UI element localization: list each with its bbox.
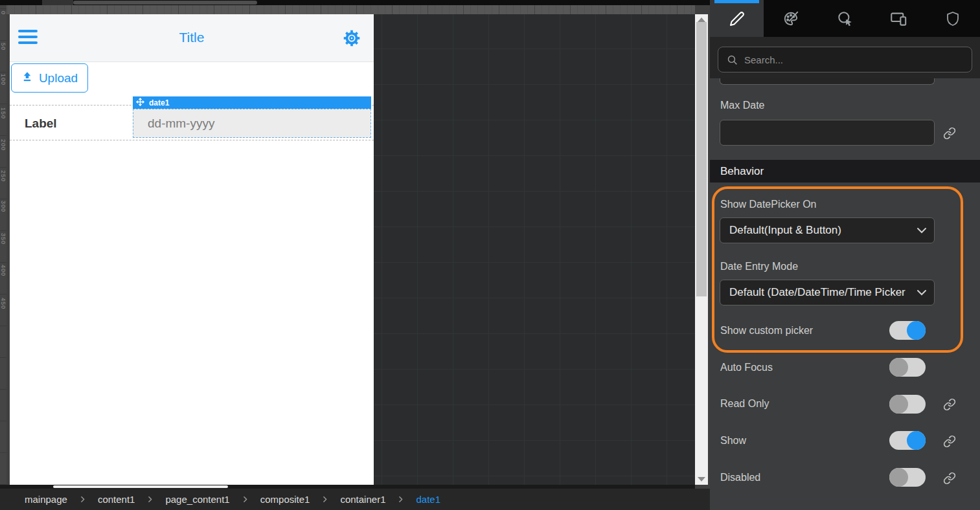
link-icon[interactable] [943, 472, 956, 485]
search-box[interactable] [718, 47, 972, 72]
gear-icon[interactable] [342, 28, 361, 48]
search-icon [727, 54, 738, 65]
canvas-grid-background [374, 14, 695, 485]
ruler-label: 400 [0, 265, 6, 276]
devices-icon [890, 10, 907, 27]
pencil-icon [729, 11, 745, 27]
canvas-vertical-scrollbar[interactable] [695, 14, 708, 485]
search-input[interactable] [744, 54, 958, 65]
ruler-label: 0 [0, 11, 6, 15]
horizontal-ruler [0, 5, 695, 14]
chevron-right-icon [78, 495, 87, 504]
auto-focus-toggle[interactable] [889, 358, 926, 377]
ruler-label: 100 [0, 74, 6, 85]
show-label: Show [720, 435, 746, 447]
scrollbar-thumb[interactable] [696, 22, 707, 296]
breadcrumb-item-content1[interactable]: content1 [98, 494, 135, 505]
show-toggle[interactable] [889, 431, 926, 450]
behavior-section-header: Behavior [710, 160, 980, 183]
vertical-ruler: 0 50 100 150 200 250 300 350 400 450 [0, 5, 6, 485]
link-icon[interactable] [943, 435, 956, 448]
chevron-right-icon [241, 495, 249, 504]
breadcrumb-item-composite1[interactable]: composite1 [260, 494, 310, 505]
ruler-label: 350 [0, 233, 6, 245]
chevron-right-icon [146, 495, 154, 504]
upload-button[interactable]: Upload [11, 63, 88, 93]
tab-styles[interactable] [764, 0, 817, 37]
toggle-knob [907, 321, 926, 340]
ruler-label: 50 [0, 43, 6, 50]
chevron-down-icon [916, 288, 928, 297]
chevron-right-icon [321, 495, 329, 504]
read-only-label: Read Only [720, 398, 769, 410]
breadcrumb: mainpage content1 page_content1 composit… [0, 489, 710, 510]
max-date-input[interactable] [720, 120, 935, 146]
link-icon[interactable] [943, 127, 956, 140]
ruler-label: 150 [0, 107, 6, 119]
breadcrumb-item-container1[interactable]: container1 [340, 494, 385, 505]
toggle-knob [889, 395, 908, 414]
disabled-toggle[interactable] [889, 468, 926, 487]
tab-security[interactable] [926, 0, 980, 37]
scroll-down-arrow-icon[interactable] [698, 477, 705, 482]
page-title[interactable]: Title [10, 30, 374, 45]
ruler-label: 300 [0, 201, 6, 212]
disabled-label: Disabled [720, 472, 760, 483]
breadcrumb-item-page-content1[interactable]: page_content1 [165, 494, 229, 505]
show-datepicker-on-select[interactable]: Default(Input & Button) [720, 217, 935, 243]
properties-panel: Max Date Behavior Show DatePicker On Def… [710, 0, 980, 510]
show-datepicker-on-label: Show DatePicker On [720, 199, 817, 210]
date-entry-mode-select[interactable]: Default (Date/DateTime/Time Picker a [720, 280, 935, 305]
auto-focus-label: Auto Focus [720, 362, 773, 373]
date-entry-mode-label: Date Entry Mode [720, 261, 798, 272]
date-input-field[interactable]: dd-mm-yyyy [133, 109, 371, 138]
ruler-label: 200 [0, 139, 6, 151]
toggle-knob [889, 468, 908, 487]
design-area: 0 50 100 150 200 250 300 350 400 450 Tit… [0, 0, 710, 510]
palette-icon [782, 10, 799, 27]
chevron-down-icon [916, 226, 928, 235]
ruler-label: 250 [0, 170, 6, 182]
toggle-knob [889, 358, 908, 377]
active-tab-indicator [714, 0, 759, 3]
breadcrumb-item-mainpage[interactable]: mainpage [25, 494, 67, 505]
select-value: Default(Input & Button) [720, 224, 908, 237]
upload-icon [21, 71, 33, 85]
inspect-cursor-icon [837, 10, 854, 27]
scrollbar-segment [42, 0, 73, 5]
show-custom-picker-label: Show custom picker [720, 325, 813, 337]
page-canvas[interactable]: Title [10, 14, 374, 485]
scroll-up-arrow-icon[interactable] [698, 17, 705, 22]
tab-events[interactable] [818, 0, 872, 37]
tab-devices[interactable] [872, 0, 926, 37]
canvas-horizontal-scrollbar-top[interactable] [0, 0, 710, 5]
read-only-toggle[interactable] [889, 395, 926, 414]
widget-selection-bar[interactable]: date1 [133, 96, 371, 109]
ruler-label: 450 [0, 298, 6, 309]
tab-markup[interactable] [710, 0, 764, 37]
field-label: Label [25, 116, 57, 131]
date-widget[interactable]: date1 dd-mm-yyyy [133, 96, 371, 138]
app-root: 0 50 100 150 200 250 300 350 400 450 Tit… [0, 0, 980, 510]
chevron-right-icon [396, 495, 405, 504]
mobile-header: Title [10, 14, 374, 62]
widget-name-tag: date1 [149, 98, 169, 107]
scrollbar-thumb[interactable] [53, 485, 228, 488]
clipped-input-bottom [720, 78, 935, 85]
move-icon[interactable] [136, 97, 144, 109]
shield-icon [945, 11, 961, 27]
select-value: Default (Date/DateTime/Time Picker a [720, 286, 908, 299]
panel-tab-bar [710, 0, 980, 37]
show-custom-picker-toggle[interactable] [889, 321, 926, 340]
link-icon[interactable] [943, 398, 956, 411]
scrollbar-thumb[interactable] [73, 1, 257, 5]
breadcrumb-item-date1[interactable]: date1 [416, 494, 440, 505]
toggle-knob [907, 431, 926, 450]
max-date-label: Max Date [720, 100, 764, 111]
properties-scroll-area: Max Date Behavior Show DatePicker On Def… [710, 78, 980, 510]
upload-button-label: Upload [39, 71, 78, 85]
search-strip [710, 37, 980, 78]
